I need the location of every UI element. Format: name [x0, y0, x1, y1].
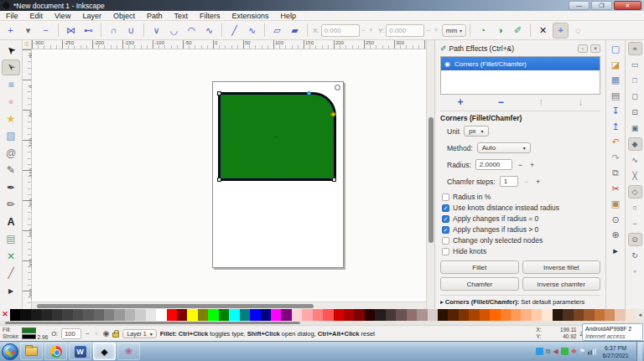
snap-path-intersections-button[interactable]: ╳ [628, 169, 642, 183]
snap-nodes-paths-button[interactable]: ◆ [628, 137, 642, 151]
next-path-effect-parameter-button[interactable]: ✐ [510, 23, 526, 39]
inverse-fillet-button[interactable]: Inverse fillet [522, 260, 601, 274]
palette-swatch[interactable] [156, 309, 166, 321]
fillet-start-node[interactable] [307, 91, 311, 95]
taskbar-word-button[interactable]: W [69, 343, 91, 360]
menu-layer[interactable]: Layer [76, 11, 107, 21]
change-only-selected-nodes-checkbox[interactable] [442, 237, 449, 245]
chamfer-minus-button[interactable]: − [522, 178, 530, 186]
more-commands-button[interactable]: ▸ [608, 244, 623, 259]
snap-bbox-corners-button[interactable]: ◻ [628, 90, 642, 103]
radius-input[interactable]: 2.0000 [475, 159, 512, 170]
star-tool-button[interactable]: ★ [2, 111, 20, 127]
no-color-swatch[interactable]: ✕ [0, 309, 10, 321]
start-button[interactable] [2, 343, 18, 360]
corner-node-top-left[interactable] [217, 91, 221, 95]
palette-swatch[interactable] [271, 309, 281, 321]
taskbar-explorer-button[interactable] [20, 343, 43, 360]
palette-swatch[interactable] [595, 309, 605, 321]
tray-volume-icon[interactable]: ◀ [553, 348, 558, 355]
snap-smooth-nodes-button[interactable]: ○ [628, 201, 642, 214]
radius-in-checkbox[interactable] [442, 193, 449, 201]
palette-swatch[interactable] [501, 309, 511, 321]
line-segment-button[interactable]: ╱ [226, 23, 242, 39]
menu-view[interactable]: View [49, 11, 76, 21]
save-document-button[interactable]: ▦ [608, 73, 623, 88]
palette-swatch[interactable] [83, 309, 93, 321]
spiral-tool-button[interactable]: @ [2, 145, 20, 162]
tray-office-icon[interactable]: ❖ [571, 348, 577, 355]
copy-button[interactable]: ⧉ [608, 166, 623, 181]
palette-swatch[interactable] [240, 309, 250, 321]
snap-paths-button[interactable]: ∿ [628, 153, 642, 167]
snap-bounding-box-button[interactable]: ▭ [628, 58, 642, 71]
palette-swatch[interactable] [114, 309, 124, 321]
snap-rotation-centers-button[interactable]: ↻ [628, 249, 642, 262]
palette-swatch[interactable] [208, 309, 218, 321]
curve-segment-button[interactable]: ∿ [244, 23, 260, 39]
effect-footer[interactable]: ▸ Corners (Fillet/Chamfer): Set default … [440, 295, 600, 307]
unit-select[interactable]: px ▾ [464, 126, 488, 137]
break-nodes-button[interactable]: ⊷ [80, 23, 96, 39]
x-coordinate-input[interactable]: 0.000 [321, 24, 360, 37]
dropper-tool-button[interactable]: ╱ [2, 266, 20, 282]
palette-swatch[interactable] [31, 309, 41, 321]
taskbar-chrome-button[interactable] [44, 343, 67, 360]
paste-button[interactable]: ▣ [608, 197, 623, 212]
pen-tool-button[interactable]: ✒ [2, 179, 20, 196]
menu-edit[interactable]: Edit [24, 11, 49, 21]
inverse-chamfer-button[interactable]: Inverse chamfer [522, 277, 601, 291]
zoom-page-button[interactable]: ⊕ [608, 228, 623, 243]
tray-app-blue-icon[interactable] [536, 348, 543, 355]
palette-swatch[interactable] [198, 309, 208, 321]
palette-scroll-left-button[interactable]: ◂ [636, 309, 644, 321]
palette-swatch[interactable] [125, 309, 135, 321]
text-tool-button[interactable]: A [2, 214, 20, 230]
move-effect-down-button[interactable]: ↓ [578, 96, 583, 108]
smooth-node-button[interactable]: ◡ [166, 23, 182, 39]
palette-swatch[interactable] [354, 309, 364, 321]
palette-swatch[interactable] [229, 309, 239, 321]
palette-swatch[interactable] [511, 309, 521, 321]
x-plus-button[interactable]: + [367, 26, 375, 34]
corner-node-button[interactable]: ∨ [148, 23, 164, 39]
palette-swatch[interactable] [219, 309, 229, 321]
layer-visibility-icon[interactable]: ◉ [103, 329, 110, 338]
palette-swatch[interactable] [584, 309, 594, 321]
radius-plus-button[interactable]: + [528, 161, 536, 169]
show-path-outline-button[interactable]: ◌ [570, 23, 586, 39]
palette-swatch[interactable] [375, 309, 385, 321]
tray-app-green-icon[interactable] [561, 348, 569, 355]
stroke-to-path-button[interactable]: ▰ [287, 23, 303, 39]
horizontal-ruler[interactable]: -300-250-200-150-100-5005010015020025030… [32, 40, 426, 49]
palette-swatch[interactable] [302, 309, 312, 321]
palette-swatch[interactable] [187, 309, 197, 321]
fillet-end-node[interactable] [330, 111, 336, 117]
opacity-minus-button[interactable]: − [85, 330, 91, 338]
palette-swatch[interactable] [407, 309, 417, 321]
delete-segment-button[interactable]: ∪ [123, 23, 139, 39]
corner-node-bottom-left[interactable] [217, 178, 221, 182]
symmetric-node-button[interactable]: ◠ [184, 23, 200, 39]
join-nodes-button[interactable]: ⋈ [63, 23, 79, 39]
filleted-rectangle[interactable]: × [218, 92, 336, 181]
insert-node-options-button[interactable]: ▾ [20, 23, 36, 39]
object-to-path-button[interactable]: ▱ [269, 23, 285, 39]
y-coordinate-input[interactable]: 0.000 [386, 24, 424, 37]
palette-scrollbar-thumb[interactable] [5, 322, 300, 324]
palette-swatch[interactable] [41, 309, 51, 321]
menu-help[interactable]: Help [274, 11, 302, 21]
palette-swatch[interactable] [532, 309, 542, 321]
ruler-lock-icon[interactable]: ⚿ [23, 40, 32, 49]
move-effect-up-button[interactable]: ↑ [538, 96, 543, 108]
palette-swatch[interactable] [490, 309, 500, 321]
palette-swatch[interactable] [469, 309, 479, 321]
menu-object[interactable]: Object [107, 11, 141, 21]
effect-visibility-icon[interactable]: ◉ [444, 60, 450, 68]
palette-swatch[interactable] [146, 309, 156, 321]
palette-swatch[interactable] [73, 309, 83, 321]
taskbar-paint-button[interactable]: ❀ [117, 343, 140, 360]
palette-swatch[interactable] [20, 309, 30, 321]
show-desktop-button[interactable] [636, 342, 642, 361]
effect-list[interactable]: ◉ Corners (Fillet/Chamfer) [440, 56, 600, 95]
